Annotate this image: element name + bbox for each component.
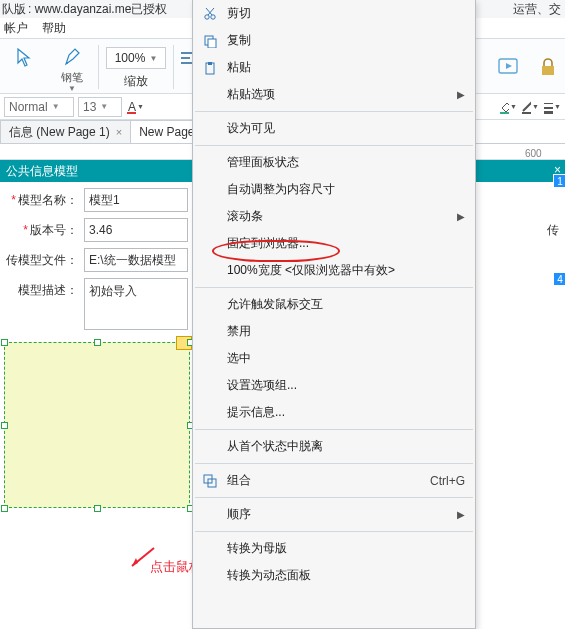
title-url: : www.dayanzai.me已授权 <box>28 1 167 18</box>
submenu-arrow-icon: ▶ <box>457 89 465 100</box>
copy-icon <box>201 32 219 50</box>
svg-rect-15 <box>544 111 553 114</box>
group-icon <box>201 472 219 490</box>
textarea-desc[interactable]: 初始导入 <box>84 278 188 330</box>
upload-label[interactable]: 传 <box>547 222 559 239</box>
tool-pen-label: 钢笔 <box>61 70 83 85</box>
menu-separator <box>195 287 473 288</box>
menu-cut[interactable]: 剪切 <box>193 0 475 27</box>
resize-handle[interactable] <box>1 422 8 429</box>
input-version[interactable]: 3.46 <box>84 218 188 242</box>
font-size-value: 13 <box>83 100 96 114</box>
svg-rect-2 <box>181 57 190 59</box>
menu-copy[interactable]: 复制 <box>193 27 475 54</box>
menu-width100[interactable]: 100%宽度 <仅限浏览器中有效> <box>193 257 475 284</box>
menu-mouse-interact[interactable]: 允许触发鼠标交互 <box>193 291 475 318</box>
submenu-arrow-icon: ▶ <box>457 509 465 520</box>
menu-to-dynpanel[interactable]: 转换为动态面板 <box>193 562 475 589</box>
label-version: *版本号： <box>0 218 84 239</box>
label-file: 传模型文件： <box>0 248 84 269</box>
toolbar-separator <box>173 45 174 89</box>
section-title: 公共信息模型 <box>6 163 78 180</box>
style-dropdown[interactable]: Normal ▼ <box>4 97 74 117</box>
close-icon[interactable]: × <box>116 126 122 138</box>
context-menu: 剪切 复制 粘贴 粘贴选项 ▶ 设为可见 管理面板状态 自动调整为内容尺寸 滚动… <box>192 0 476 629</box>
zoom-label: 缩放 <box>124 73 148 90</box>
preview-icon[interactable] <box>497 56 519 78</box>
input-model-name[interactable]: 模型1 <box>84 188 188 212</box>
caret-down-icon: ▼ <box>149 54 157 63</box>
line-width-button[interactable]: ▼ <box>543 98 561 116</box>
menu-panel-state[interactable]: 管理面板状态 <box>193 149 475 176</box>
menu-tooltip[interactable]: 提示信息... <box>193 399 475 426</box>
menu-separator <box>195 145 473 146</box>
tool-pen[interactable]: 钢笔 ▼ <box>48 41 96 93</box>
caret-down-icon: ▼ <box>68 84 76 93</box>
svg-rect-19 <box>208 39 216 48</box>
resize-handle[interactable] <box>1 505 8 512</box>
menu-disable[interactable]: 禁用 <box>193 318 475 345</box>
menu-account[interactable]: 帐户 <box>4 20 28 37</box>
submenu-arrow-icon: ▶ <box>457 211 465 222</box>
tool-zoom[interactable]: 100% ▼ 缩放 <box>101 41 171 93</box>
svg-text:A: A <box>128 100 136 114</box>
lock-icon[interactable] <box>537 56 559 78</box>
menu-help[interactable]: 帮助 <box>42 20 66 37</box>
menu-detach[interactable]: 从首个状态中脱离 <box>193 433 475 460</box>
menu-group[interactable]: 组合 Ctrl+G <box>193 467 475 494</box>
comment-badge[interactable]: 4 <box>553 272 565 286</box>
resize-handle[interactable] <box>94 339 101 346</box>
tab-label: 信息 (New Page 1) <box>9 124 110 141</box>
menu-separator <box>195 497 473 498</box>
menu-paste[interactable]: 粘贴 <box>193 54 475 81</box>
resize-handle[interactable] <box>94 505 101 512</box>
menu-set-visible[interactable]: 设为可见 <box>193 115 475 142</box>
menu-separator <box>195 111 473 112</box>
menu-order[interactable]: 顺序 ▶ <box>193 501 475 528</box>
shortcut-label: Ctrl+G <box>430 474 465 488</box>
input-file[interactable]: E:\统一数据模型 <box>84 248 188 272</box>
label-desc: 模型描述： <box>0 278 84 299</box>
label-model-name: *模型名称： <box>0 188 84 209</box>
menu-separator <box>195 429 473 430</box>
svg-rect-21 <box>208 62 212 65</box>
svg-point-0 <box>66 62 68 64</box>
fill-color-button[interactable]: ▼ <box>499 98 517 116</box>
font-color-button[interactable]: A▼ <box>126 98 144 116</box>
menu-to-master[interactable]: 转换为母版 <box>193 535 475 562</box>
caret-down-icon: ▼ <box>52 102 60 111</box>
pointer-icon <box>16 45 32 71</box>
font-size-dropdown[interactable]: 13 ▼ <box>78 97 122 117</box>
svg-rect-8 <box>542 66 554 75</box>
menu-paste-options[interactable]: 粘贴选项 ▶ <box>193 81 475 108</box>
toolbar-separator <box>98 45 99 89</box>
svg-rect-14 <box>544 107 553 109</box>
svg-rect-13 <box>544 103 553 104</box>
title-prefix: 队版 <box>2 1 26 18</box>
zoom-value: 100% <box>115 51 146 65</box>
pen-icon <box>63 45 81 68</box>
menu-option-group[interactable]: 设置选项组... <box>193 372 475 399</box>
menu-selected[interactable]: 选中 <box>193 345 475 372</box>
svg-point-16 <box>205 14 209 18</box>
menu-auto-fit[interactable]: 自动调整为内容尺寸 <box>193 176 475 203</box>
svg-rect-10 <box>127 112 136 114</box>
selected-shape[interactable] <box>4 342 190 508</box>
style-value: Normal <box>9 100 48 114</box>
tab-info[interactable]: 信息 (New Page 1) × <box>0 120 131 143</box>
resize-handle[interactable] <box>1 339 8 346</box>
svg-point-17 <box>211 14 215 18</box>
title-right: 运营、交 <box>513 1 561 18</box>
menu-scrollbar[interactable]: 滚动条 ▶ <box>193 203 475 230</box>
tool-unknown-1[interactable] <box>0 41 48 93</box>
zoom-dropdown[interactable]: 100% ▼ <box>106 47 166 69</box>
svg-rect-12 <box>522 112 531 114</box>
comment-badge[interactable]: 1 <box>553 174 565 188</box>
paste-icon <box>201 59 219 77</box>
line-color-button[interactable]: ▼ <box>521 98 539 116</box>
caret-down-icon: ▼ <box>100 102 108 111</box>
menu-pin-browser[interactable]: 固定到浏览器... <box>193 230 475 257</box>
cut-icon <box>201 5 219 23</box>
menu-separator <box>195 463 473 464</box>
svg-rect-11 <box>500 112 509 114</box>
